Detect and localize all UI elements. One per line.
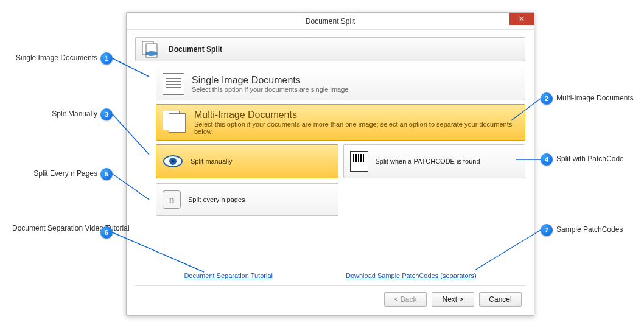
callout-4-num: 4 [541,153,553,166]
callout-2-label: Multi-Image Documents [556,94,634,102]
callout-7-label: Sample PatchCodes [556,225,623,234]
cancel-button[interactable]: Cancel [479,292,522,307]
sub-option-split-manually[interactable]: Split manually [156,144,338,178]
callout-3-label: Split Manually [12,110,97,118]
callout-2-num: 2 [541,92,553,105]
svg-point-2 [145,51,158,56]
option-multi-title: Multi-Image Documents [194,110,519,120]
callout-5-num: 5 [100,168,113,180]
single-page-icon [163,73,184,95]
sub-option-patchcode-label: Split when a PATCHCODE is found [376,158,480,165]
callout-3-num: 3 [100,108,113,120]
callout-6-label: Document Separation Video Tutorial [12,224,97,232]
next-button[interactable]: Next > [432,292,474,307]
sub-option-split-every-n[interactable]: n Split every n pages [156,183,338,216]
dialog-body: Document Split Single Image Documents Se… [127,30,534,315]
close-button[interactable]: ✕ [509,13,534,25]
document-split-icon [141,40,163,58]
back-button[interactable]: < Back [384,292,427,307]
wizard-footer: < Back Next > Cancel [135,291,525,310]
option-single-desc: Select this option if your documents are… [192,86,348,93]
svg-point-5 [172,160,175,163]
n-pages-icon: n [163,190,181,209]
callout-6-num: 6 [100,226,113,239]
titlebar: Document Split ✕ [127,13,534,30]
sub-option-split-patchcode[interactable]: Split when a PATCHCODE is found [343,144,526,178]
callout-1-num: 1 [100,52,113,65]
multi-page-icon [163,111,187,134]
divider [135,285,525,286]
barcode-icon [350,151,368,172]
close-icon: ✕ [519,15,525,23]
callout-5-label: Split Every n Pages [12,169,97,178]
document-split-dialog: Document Split ✕ Document Split [126,12,534,316]
wizard-header-title: Document Split [169,45,222,54]
sub-option-manual-label: Split manually [191,158,232,165]
wizard-header: Document Split [135,37,525,61]
option-multi-desc: Select this option if your documents are… [194,120,519,135]
callout-7-num: 7 [541,224,553,236]
link-sample-patchcodes[interactable]: Download Sample PatchCodes (separators) [346,272,477,279]
sub-option-everyn-label: Split every n pages [188,196,245,203]
eye-icon [163,155,183,168]
option-single-image-documents[interactable]: Single Image Documents Select this optio… [156,68,525,100]
option-single-title: Single Image Documents [192,75,348,86]
link-tutorial[interactable]: Document Separation Tutorial [184,272,273,279]
window-title: Document Split [127,17,534,26]
option-multi-image-documents[interactable]: Multi-Image Documents Select this option… [156,104,525,141]
callout-1-label: Single Image Documents [12,54,97,62]
callout-4-label: Split with PatchCode [556,155,624,163]
footer-links: Document Separation Tutorial Download Sa… [135,263,525,284]
